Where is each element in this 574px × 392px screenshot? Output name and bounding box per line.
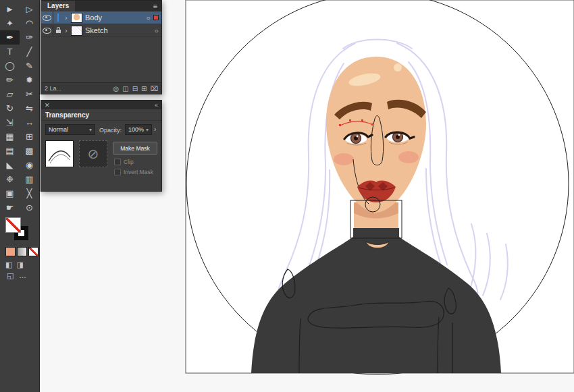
- chevron-down-icon: ▾: [146, 127, 149, 133]
- visibility-eye-icon[interactable]: [43, 15, 51, 21]
- opacity-value: 100%: [128, 126, 144, 133]
- clip-checkbox-row: Clip: [114, 159, 134, 165]
- invert-mask-checkbox-row: Invert Mask: [114, 169, 153, 175]
- target-circle-icon[interactable]: ○: [151, 27, 161, 34]
- edit-toolbar-icon[interactable]: …: [19, 271, 27, 279]
- gradient-tool[interactable]: ▩: [20, 144, 39, 158]
- eyedropper-tool[interactable]: ◣: [0, 158, 20, 172]
- layers-tab[interactable]: Layers: [41, 1, 75, 11]
- clipping-mask-icon[interactable]: ◫: [122, 85, 128, 92]
- layers-panel: Layers ≡ ›Body○›Sketch○ 2 La... ◎◫⊟⊞⌧: [41, 0, 162, 94]
- mesh-tool[interactable]: ▤: [0, 144, 20, 158]
- locate-icon[interactable]: ◎: [113, 85, 120, 92]
- draw-behind-icon[interactable]: ◨: [16, 260, 23, 269]
- toolbar-tools: ►▷✦◠✒✑T╱◯✎✏✹▱✂↻⇋⇲↔▦⊞▤▩◣◉❉▥▣╳☛⊙: [0, 0, 39, 215]
- clip-label: Clip: [124, 159, 134, 165]
- curvature-tool[interactable]: ✑: [20, 30, 39, 45]
- free-transform-tool[interactable]: ▦: [0, 130, 20, 144]
- color-swatch-button[interactable]: [5, 247, 16, 256]
- new-sublayer-icon[interactable]: ⊟: [132, 85, 138, 92]
- layers-tabbar: Layers ≡: [41, 1, 161, 11]
- magic-wand-tool[interactable]: ✦: [0, 16, 20, 30]
- zoom-tool[interactable]: ⊙: [20, 200, 39, 215]
- clip-checkbox[interactable]: [114, 159, 121, 165]
- target-circle-icon[interactable]: ○: [143, 14, 153, 22]
- layers-footer: 2 La... ◎◫⊟⊞⌧: [41, 82, 161, 94]
- scale-tool[interactable]: ⇲: [0, 115, 20, 130]
- layers-footer-icons: ◎◫⊟⊞⌧: [113, 85, 162, 92]
- transparency-panel: ✕ « Transparency Normal ▾ Opacity: 100% …: [41, 100, 162, 192]
- tools-panel: ►▷✦◠✒✑T╱◯✎✏✹▱✂↻⇋⇲↔▦⊞▤▩◣◉❉▥▣╳☛⊙ ◧ ◨ ◱ …: [0, 0, 40, 392]
- visibility-eye-icon[interactable]: [43, 28, 51, 34]
- mask-thumbnail[interactable]: ⊘: [79, 140, 107, 167]
- screen-mode-icon[interactable]: ◱: [7, 271, 14, 280]
- layers-count: 2 La...: [41, 85, 113, 92]
- layer-name[interactable]: Sketch: [85, 26, 151, 34]
- collapse-icon[interactable]: «: [155, 102, 158, 109]
- make-mask-button[interactable]: Make Mask: [113, 142, 157, 155]
- blend-tool[interactable]: ◉: [20, 158, 39, 172]
- rotate-tool[interactable]: ↻: [0, 101, 20, 115]
- shaper-tool[interactable]: ✹: [20, 73, 39, 87]
- fill-shortcut-row: [5, 247, 38, 256]
- artboard-tool[interactable]: ▣: [0, 186, 20, 200]
- illustrator-app: ►▷✦◠✒✑T╱◯✎✏✹▱✂↻⇋⇲↔▦⊞▤▩◣◉❉▥▣╳☛⊙ ◧ ◨ ◱ … L…: [0, 0, 574, 392]
- fill-stroke-wells[interactable]: [5, 217, 32, 243]
- layer-thumbnail[interactable]: [71, 26, 82, 36]
- invert-mask-label: Invert Mask: [124, 169, 153, 175]
- opacity-label: Opacity:: [99, 127, 122, 134]
- close-icon[interactable]: ✕: [45, 102, 50, 109]
- direct-selection-tool[interactable]: ▷: [20, 2, 39, 16]
- type-tool[interactable]: T: [0, 45, 20, 59]
- none-swatch-button[interactable]: [28, 247, 38, 256]
- transparency-tab[interactable]: Transparency: [41, 109, 161, 121]
- ellipse-tool[interactable]: ◯: [0, 59, 20, 73]
- layer-color-bar[interactable]: [57, 13, 59, 22]
- opacity-dropdown[interactable]: 100% ▾: [125, 124, 152, 135]
- artwork-thumbnail[interactable]: [45, 140, 74, 167]
- transparency-titlebar: ✕ «: [41, 101, 161, 109]
- blend-mode-dropdown[interactable]: Normal ▾: [45, 124, 95, 135]
- no-mask-icon: ⊘: [88, 146, 99, 162]
- slice-tool[interactable]: ╳: [20, 186, 39, 200]
- draw-mode-row: ◧ ◨: [5, 260, 24, 269]
- new-layer-icon[interactable]: ⊞: [141, 85, 147, 92]
- invert-mask-checkbox[interactable]: [114, 169, 121, 175]
- column-graph-tool[interactable]: ▥: [20, 172, 39, 186]
- layer-row[interactable]: ›Body○: [41, 11, 161, 24]
- symbol-sprayer-tool[interactable]: ❉: [0, 172, 20, 186]
- line-segment-tool[interactable]: ╱: [20, 45, 39, 59]
- layer-row[interactable]: ›Sketch○: [41, 24, 161, 37]
- hand-tool[interactable]: ☛: [0, 200, 20, 215]
- flyout-arrow-icon[interactable]: ›: [154, 125, 156, 133]
- chevron-down-icon: ▾: [89, 127, 92, 133]
- lock-icon[interactable]: [56, 30, 61, 33]
- selection-tool[interactable]: ►: [0, 2, 20, 16]
- lasso-tool[interactable]: ◠: [20, 16, 39, 30]
- paintbrush-tool[interactable]: ✎: [20, 59, 39, 73]
- layers-rows: ›Body○›Sketch○: [41, 11, 161, 37]
- selection-indicator[interactable]: [153, 15, 159, 20]
- scissors-tool[interactable]: ✂: [20, 87, 39, 101]
- fill-color-well[interactable]: [5, 217, 21, 233]
- layer-name[interactable]: Body: [85, 13, 143, 22]
- pencil-tool[interactable]: ✏: [0, 73, 20, 87]
- delete-icon[interactable]: ⌧: [150, 85, 158, 92]
- draw-normal-icon[interactable]: ◧: [5, 260, 12, 269]
- blend-mode-value: Normal: [49, 126, 68, 133]
- disclosure-arrow-icon[interactable]: ›: [63, 14, 70, 22]
- perspective-grid-tool[interactable]: ⊞: [20, 130, 39, 144]
- panel-menu-icon[interactable]: ≡: [153, 2, 161, 10]
- eraser-tool[interactable]: ▱: [0, 87, 20, 101]
- reflect-tool[interactable]: ⇋: [20, 101, 39, 115]
- transparency-content: Normal ▾ Opacity: 100% ▾ › ⊘ Make Mask: [41, 121, 161, 188]
- width-tool[interactable]: ↔: [20, 115, 39, 130]
- disclosure-arrow-icon[interactable]: ›: [63, 27, 70, 34]
- gradient-swatch-button[interactable]: [17, 247, 27, 256]
- layer-thumbnail[interactable]: [71, 13, 82, 23]
- pen-tool[interactable]: ✒: [0, 30, 20, 45]
